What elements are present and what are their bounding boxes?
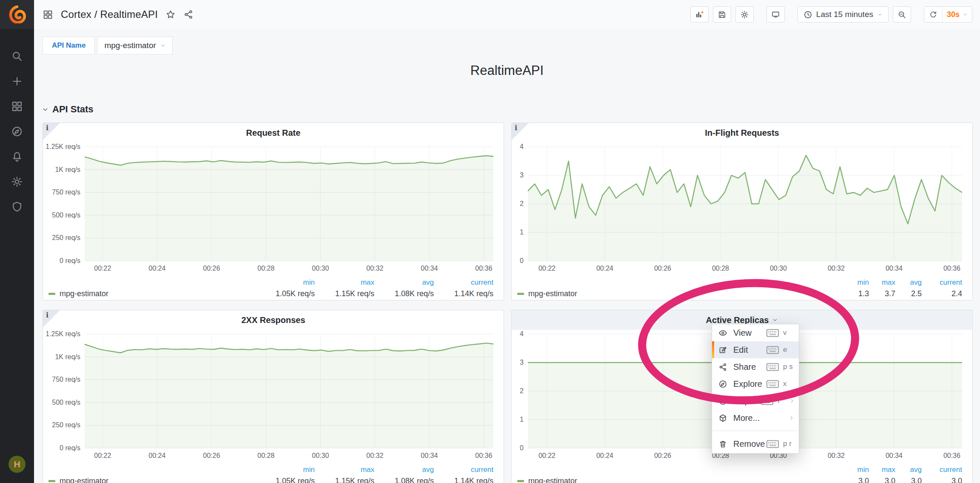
chevron-down-icon	[42, 106, 49, 113]
legend-header-current[interactable]: current	[922, 466, 962, 474]
dashboard-settings-button[interactable]	[735, 6, 754, 23]
keyboard-icon	[766, 440, 779, 448]
explore-compass-icon[interactable]	[11, 126, 23, 137]
user-avatar[interactable]: H	[9, 456, 26, 473]
refresh-interval-dropdown[interactable]: 30s	[943, 7, 972, 22]
configuration-gear-icon[interactable]	[11, 176, 23, 188]
add-panel-button[interactable]	[690, 6, 709, 23]
legend-header-current[interactable]: current	[434, 278, 493, 287]
breadcrumb: Cortex / RealtimeAPI	[43, 9, 194, 20]
panel-title-request-rate[interactable]: Request Rate	[43, 123, 504, 143]
legend-header-current[interactable]: current	[922, 278, 962, 287]
legend-header-avg[interactable]: avg	[374, 278, 434, 287]
svg-text:00:36: 00:36	[475, 265, 492, 272]
svg-text:00:34: 00:34	[886, 452, 903, 459]
request-rate-chart[interactable]: 0 req/s250 req/s500 req/s750 req/s1K req…	[43, 143, 504, 275]
legend-header-avg[interactable]: avg	[895, 278, 922, 287]
legend-header-min[interactable]: min	[255, 466, 315, 474]
legend-header-avg[interactable]: avg	[374, 466, 434, 474]
chevron-down-icon	[877, 12, 883, 17]
svg-text:00:36: 00:36	[475, 452, 492, 459]
time-range-label: Last 15 minutes	[816, 10, 873, 19]
row-header-api-stats[interactable]: API Stats	[42, 104, 94, 115]
menu-item-inspect[interactable]: Inspect i	[712, 392, 799, 409]
refresh-button[interactable]	[924, 7, 943, 22]
variable-label[interactable]: API Name	[43, 37, 95, 54]
dashboard-grid-icon[interactable]	[43, 9, 53, 20]
panel-title-2xx[interactable]: 2XX Responses	[43, 310, 504, 330]
2xx-responses-chart[interactable]: 0 req/s250 req/s500 req/s750 req/s1K req…	[43, 330, 504, 463]
svg-text:00:30: 00:30	[312, 452, 329, 459]
svg-text:250 req/s: 250 req/s	[52, 421, 80, 429]
svg-text:00:28: 00:28	[257, 452, 274, 459]
time-range-picker[interactable]: Last 15 minutes	[798, 6, 889, 23]
in-flight-chart[interactable]: 0123400:2200:2400:2600:2800:3000:3200:34…	[512, 143, 972, 275]
svg-text:00:22: 00:22	[538, 452, 556, 459]
variable-value-dropdown[interactable]: mpg-estimator	[97, 37, 172, 54]
alerting-bell-icon[interactable]	[11, 151, 23, 163]
svg-text:00:34: 00:34	[421, 452, 438, 459]
variable-value: mpg-estimator	[104, 41, 156, 50]
svg-text:00:24: 00:24	[596, 265, 613, 272]
legend-series[interactable]: mpg-estimator	[48, 289, 108, 298]
svg-text:500 req/s: 500 req/s	[52, 211, 80, 219]
legend-header-current[interactable]: current	[434, 466, 493, 474]
stat-max: 3.0	[869, 477, 895, 483]
legend-header-max[interactable]: max	[315, 466, 374, 474]
series-color-swatch	[517, 480, 524, 482]
menu-item-more[interactable]: More...	[712, 409, 799, 426]
share-dashboard-icon[interactable]	[183, 9, 194, 20]
stat-min: 1.05K req/s	[255, 289, 315, 298]
legend: min max avg current mpg-estimator 3.0 3.…	[512, 463, 972, 483]
legend-header-avg[interactable]: avg	[895, 466, 922, 474]
svg-text:0: 0	[520, 444, 524, 452]
variables-submenu: API Name mpg-estimator	[43, 37, 173, 54]
menu-item-share[interactable]: Share p s	[712, 358, 799, 375]
zoom-out-time-button[interactable]	[893, 6, 911, 23]
grafana-logo[interactable]	[0, 0, 34, 29]
eye-icon	[718, 329, 727, 337]
create-plus-icon[interactable]	[11, 75, 23, 87]
legend-series[interactable]: mpg-estimator	[48, 477, 108, 483]
admin-shield-icon[interactable]	[11, 201, 23, 213]
page-title: RealtimeAPI	[34, 63, 980, 78]
cycle-view-mode-button[interactable]	[766, 6, 785, 23]
legend-series[interactable]: mpg-estimator	[517, 477, 577, 483]
panel-info-corner[interactable]: i	[43, 123, 60, 140]
keyboard-icon	[766, 380, 779, 388]
menu-item-view[interactable]: View v	[712, 324, 799, 341]
legend-header-max[interactable]: max	[869, 278, 895, 287]
search-icon[interactable]	[11, 50, 23, 62]
stat-max: 1.15K req/s	[315, 289, 374, 298]
legend-header-max[interactable]: max	[315, 278, 374, 287]
svg-text:00:28: 00:28	[257, 265, 274, 272]
dashboards-icon[interactable]	[11, 100, 23, 112]
legend-series[interactable]: mpg-estimator	[517, 289, 577, 298]
panel-info-corner[interactable]: i	[43, 310, 60, 327]
panel-2xx-responses: i 2XX Responses 0 req/s250 req/s500 req/…	[43, 310, 504, 483]
svg-text:750 req/s: 750 req/s	[52, 189, 80, 196]
legend-header-min[interactable]: min	[843, 278, 869, 287]
favorite-star-icon[interactable]	[165, 9, 176, 20]
stat-avg: 1.08K req/s	[374, 477, 434, 483]
chevron-down-icon	[160, 43, 165, 48]
chevron-right-icon	[789, 415, 795, 421]
svg-text:0 req/s: 0 req/s	[60, 257, 80, 264]
svg-text:00:32: 00:32	[828, 265, 845, 272]
menu-item-explore[interactable]: Explore x	[712, 375, 799, 392]
svg-text:3: 3	[520, 171, 524, 179]
panel-title-in-flight[interactable]: In-Flight Requests	[512, 123, 972, 143]
panel-info-corner[interactable]: i	[512, 123, 529, 140]
legend-header-min[interactable]: min	[843, 466, 869, 474]
svg-text:1.25K req/s: 1.25K req/s	[46, 143, 80, 150]
stat-min: 3.0	[843, 477, 869, 483]
save-dashboard-button[interactable]	[713, 6, 731, 23]
menu-item-edit[interactable]: Edit e	[712, 341, 799, 358]
chevron-down-icon	[963, 12, 968, 17]
dashboard-breadcrumb-title[interactable]: Cortex / RealtimeAPI	[61, 9, 158, 20]
legend-header-max[interactable]: max	[869, 466, 895, 474]
svg-text:00:36: 00:36	[943, 452, 960, 459]
legend-header-min[interactable]: min	[255, 278, 315, 287]
compass-icon	[718, 380, 727, 389]
menu-item-remove[interactable]: Remove p r	[712, 435, 799, 452]
